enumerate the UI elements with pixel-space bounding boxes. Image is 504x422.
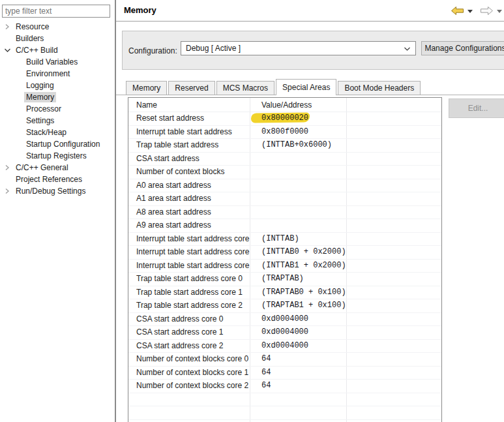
- row-name: Interrupt table start address: [128, 126, 250, 139]
- tree-item-startup-configuration[interactable]: Startup Configuration: [0, 138, 115, 150]
- row-name: Trap table start address core 1: [128, 286, 250, 299]
- row-value: (INTTAB): [250, 233, 346, 246]
- back-history-dropdown-icon[interactable]: [467, 10, 473, 13]
- row-value: 0x800f0000: [250, 126, 346, 139]
- row-value: (INTTAB+0x6000): [250, 139, 346, 152]
- chevron-spacer: [14, 105, 26, 113]
- chevron-right-icon[interactable]: [4, 187, 16, 195]
- tree-item-settings[interactable]: Settings: [0, 115, 115, 127]
- table-row[interactable]: Trap table start address core 0(TRAPTAB): [128, 273, 441, 286]
- history-nav: [451, 6, 502, 16]
- tree-item-label: Run/Debug Settings: [16, 187, 85, 196]
- row-name: A1 area start address: [128, 192, 250, 205]
- table-row[interactable]: Number of context blocks core 064: [128, 353, 441, 367]
- table-row[interactable]: Number of context blocks core 264: [128, 380, 441, 393]
- forward-history-dropdown-icon[interactable]: [497, 10, 502, 13]
- row-name: A9 area start address: [128, 219, 250, 232]
- table-row[interactable]: Number of context blocks core 164: [128, 367, 441, 380]
- preferences-sidebar: Resource Builders C/C++ Build Build Vari…: [0, 0, 115, 422]
- tab-boot-mode-headers[interactable]: Boot Mode Headers: [338, 81, 421, 95]
- chevron-right-icon[interactable]: [4, 23, 16, 31]
- tree-item-ccpp-general[interactable]: C/C++ General: [0, 162, 115, 173]
- table-row[interactable]: Interrupt table start address core 1(INT…: [128, 246, 441, 260]
- row-name: CSA start address core 1: [128, 326, 250, 339]
- tree-item-stack-heap[interactable]: Stack/Heap: [0, 127, 115, 138]
- tree-item-label: C/C++ General: [16, 163, 68, 172]
- chevron-spacer: [14, 128, 26, 136]
- tree-item-label: Stack/Heap: [26, 128, 67, 137]
- table-row[interactable]: Trap table start address(INTTAB+0x6000): [128, 139, 441, 153]
- filter-input[interactable]: [2, 5, 110, 18]
- back-arrow-icon[interactable]: [451, 6, 464, 16]
- chevron-spacer: [4, 35, 16, 42]
- table-row[interactable]: Reset start address 0x80000020: [128, 112, 441, 126]
- tab-bar: Memory Reserved MCS Macros Special Areas…: [116, 78, 504, 95]
- table-row-empty[interactable]: [128, 420, 441, 422]
- tree-item-label: Resource: [16, 22, 49, 31]
- tree-item-logging[interactable]: Logging: [0, 80, 115, 91]
- table-row[interactable]: A0 area start address: [128, 179, 441, 193]
- row-value: [250, 206, 346, 219]
- tree-item-builders[interactable]: Builders: [0, 33, 115, 44]
- column-header-value[interactable]: Value/Address: [250, 98, 346, 112]
- tree-item-label: Build Variables: [26, 57, 78, 67]
- chevron-spacer: [14, 152, 26, 160]
- row-value: 0xd0004000: [250, 326, 346, 339]
- tab-mcs-macros[interactable]: MCS Macros: [216, 81, 274, 95]
- table-row[interactable]: Interrupt table start address core 2(INT…: [128, 260, 441, 273]
- tree-item-memory[interactable]: Memory: [0, 91, 115, 103]
- table-row-empty[interactable]: [128, 406, 441, 420]
- tree-item-ccpp-build[interactable]: C/C++ Build: [0, 44, 115, 56]
- row-value: (TRAPTAB): [250, 273, 346, 286]
- combo-chevron-icon: [404, 46, 411, 52]
- table-row[interactable]: A9 area start address: [128, 219, 441, 233]
- row-value: 0xd0004000: [250, 313, 346, 326]
- chevron-spacer: [14, 117, 26, 125]
- row-name: Number of context blocks core 1: [128, 367, 250, 380]
- tab-special-areas[interactable]: Special Areas: [276, 79, 336, 95]
- table-row-empty[interactable]: [128, 393, 441, 407]
- table-row[interactable]: CSA start address: [128, 153, 441, 166]
- row-name: Number of context blocks core 2: [128, 380, 250, 393]
- table-header-row: Name Value/Address: [128, 98, 441, 112]
- tab-reserved[interactable]: Reserved: [168, 81, 215, 95]
- tree-item-label-selected: Memory: [24, 92, 56, 102]
- tree-item-startup-registers[interactable]: Startup Registers: [0, 150, 115, 162]
- tree-item-project-references[interactable]: Project References: [0, 173, 115, 185]
- row-value: 0xd0004000: [250, 340, 346, 353]
- table-row[interactable]: Interrupt table start address0x800f0000: [128, 126, 441, 140]
- column-header-name[interactable]: Name: [128, 98, 250, 112]
- manage-configurations-button[interactable]: Manage Configurations...: [421, 41, 504, 55]
- forward-arrow-icon[interactable]: [480, 6, 494, 16]
- tab-memory[interactable]: Memory: [126, 81, 167, 95]
- row-value: [250, 153, 346, 166]
- tree-item-label: C/C++ Build: [16, 46, 58, 55]
- tree-item-resource[interactable]: Resource: [0, 21, 115, 33]
- configuration-select[interactable]: Debug [ Active ]: [181, 41, 416, 55]
- tree-item-run-debug-settings[interactable]: Run/Debug Settings: [0, 185, 115, 197]
- table-row[interactable]: Trap table start address core 1(TRAPTAB0…: [128, 286, 441, 300]
- special-areas-table: Name Value/Address Reset start address 0…: [128, 97, 442, 422]
- table-row[interactable]: CSA start address core 10xd0004000: [128, 326, 441, 340]
- configuration-label: Configuration:: [128, 31, 177, 70]
- chevron-down-icon[interactable]: [4, 46, 16, 54]
- edit-button[interactable]: Edit...: [449, 98, 504, 118]
- table-row[interactable]: Interrupt table start address core 0(INT…: [128, 233, 441, 247]
- chevron-spacer: [14, 58, 26, 66]
- table-row[interactable]: Trap table start address core 2(TRAPTAB1…: [128, 299, 441, 313]
- row-name: CSA start address core 2: [128, 340, 250, 353]
- chevron-right-icon[interactable]: [4, 164, 16, 172]
- row-value: [250, 179, 346, 192]
- row-value: 64: [250, 367, 346, 380]
- table-row[interactable]: CSA start address core 00xd0004000: [128, 313, 441, 327]
- table-row[interactable]: Number of context blocks: [128, 166, 441, 179]
- tree-item-label: Startup Configuration: [26, 140, 100, 149]
- tree-item-processor[interactable]: Processor: [0, 103, 115, 115]
- table-row[interactable]: A1 area start address: [128, 192, 441, 206]
- table-row[interactable]: A8 area start address: [128, 206, 441, 220]
- table-row[interactable]: CSA start address core 20xd0004000: [128, 340, 441, 354]
- row-name: CSA start address: [128, 153, 250, 166]
- tree-item-environment[interactable]: Environment: [0, 68, 115, 80]
- tree-item-label: Settings: [26, 116, 54, 125]
- tree-item-build-variables[interactable]: Build Variables: [0, 56, 115, 68]
